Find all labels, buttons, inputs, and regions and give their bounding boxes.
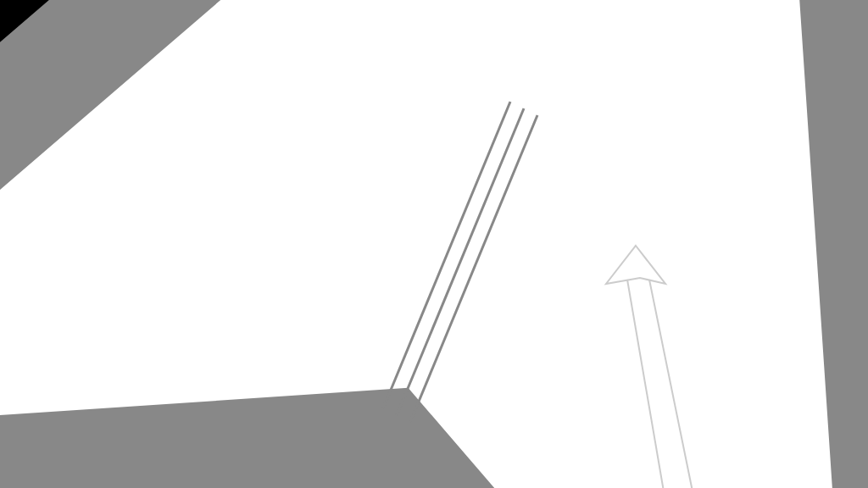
filename-input[interactable] — [173, 152, 241, 166]
share-app-blurred: CS — [629, 262, 682, 293]
pdf-path-label: PDF File Path: /storage/emulated/0/DLMIm… — [322, 88, 558, 101]
share-app-share-to-pc[interactable]: ⇄Share to PC — [629, 213, 682, 257]
app-icon: 💬 — [749, 169, 778, 198]
screen-1: 10:48 ⏰ 4G LTE 📶 91% ▮ ☰ IMG2PDF — [67, 39, 317, 454]
back-arrow-icon[interactable]: ← — [326, 60, 339, 75]
app-icon: CS — [641, 262, 670, 291]
compression-option-low[interactable]: Low — [173, 272, 245, 282]
file-row[interactable]: KVK.pdf Mon 1 6 10:48:17 0.01 MB — [322, 101, 558, 133]
pdf-details-dialog: ENTER PDF DETAILS Enter PDF FileName: Pa… — [74, 115, 310, 437]
radio-circle-icon — [173, 286, 183, 296]
file-date: Mon 1 6 10:48:17 — [356, 119, 403, 125]
battery-icon: ▮ — [308, 42, 312, 51]
back-arrow-icon[interactable]: ‹ — [575, 47, 579, 61]
share-app-messages[interactable]: 💬Messages — [737, 169, 790, 208]
copy-icon[interactable] — [295, 60, 309, 76]
file-name: KVK.pdf — [356, 109, 529, 119]
svg-rect-1 — [275, 63, 280, 69]
compression-option-no-compression[interactable]: No Compression — [173, 258, 245, 269]
app-label: Share to mobile device — [580, 244, 622, 257]
signal-icon: 📶 — [280, 42, 289, 51]
pdf-password-label: PDF Password — [88, 206, 173, 214]
card-subtitle: Share large files, up to 2 GB per day, u… — [617, 96, 766, 102]
app-icon — [695, 169, 724, 198]
share-app-blurred — [737, 262, 790, 293]
app-label: JioCall — [700, 244, 718, 251]
share-app-save-to-drive[interactable]: Save to Drive — [683, 169, 736, 208]
compression-option-high[interactable]: High — [173, 299, 245, 309]
app-bar: ☰ IMG2PDF — [67, 54, 317, 81]
svg-line-9 — [540, 112, 544, 114]
share-app-blurred: ✱ — [575, 262, 627, 293]
svg-line-10 — [540, 116, 544, 119]
password-protection-label: Password Protection — [88, 180, 173, 189]
app-title: IMG2PDF — [96, 62, 145, 75]
cancel-button[interactable]: CANCEL — [223, 324, 262, 335]
ok-button[interactable]: OK — [279, 324, 293, 335]
app-label: Share to PC — [639, 244, 671, 251]
app-label: Save to Drive — [692, 201, 727, 208]
status-bar: 10:48 ⏰ 4G LTE 📶 91% ▮ — [67, 39, 317, 54]
svg-marker-14 — [704, 186, 718, 191]
app-bar: ← — [317, 54, 563, 81]
shield-icon[interactable] — [249, 60, 263, 76]
screen-3: ‹ share via. Share large files Share lar… — [563, 39, 802, 454]
fab-add-button[interactable]: + — [273, 419, 303, 449]
signal-icon: 📶 — [526, 42, 535, 51]
compression-radio-group: No CompressionLowMediumHigh — [173, 255, 245, 313]
share-app-blurred: 🖼 — [683, 262, 736, 293]
app-label: Messages — [750, 201, 777, 208]
share-app-jiocall[interactable]: JioCall — [683, 213, 736, 257]
app-icon: 🖼 — [695, 262, 724, 291]
screen-2: 10:48 ⏰ 4G LTE 📶 91% ▮ ← PDF File Path: … — [317, 39, 563, 454]
app-icon: ✆ — [587, 169, 615, 198]
share-app-grid: ✆WhatsApp✆WhatsAppSave to Drive💬Messages… — [563, 166, 802, 297]
compression-label: Image Compression — [88, 255, 173, 284]
filename-label: Enter PDF FileName: — [88, 155, 173, 164]
file-size: 0.01 MB — [420, 119, 442, 125]
radio-circle-icon — [173, 272, 183, 282]
alarm-icon: ⏰ — [242, 42, 251, 51]
radio-circle-icon — [173, 299, 183, 309]
share-app-whatsapp[interactable]: ✆WhatsApp — [575, 169, 627, 208]
app-label: WhatsApp — [642, 201, 669, 208]
svg-marker-13 — [701, 176, 709, 191]
share-via-title: share via. — [587, 48, 635, 61]
link-sharing-icon — [585, 81, 609, 105]
recent-contacts-row — [563, 117, 802, 166]
svg-point-5 — [253, 206, 258, 211]
share-icon[interactable] — [536, 108, 549, 125]
link-sharing-card[interactable]: Share large files Share large files, up … — [575, 73, 790, 114]
alarm-icon: ⏰ — [487, 42, 497, 51]
app-label: WhatsApp — [587, 201, 615, 208]
dialog-title: ENTER PDF DETAILS — [88, 126, 296, 135]
password-protection-checkbox[interactable]: ✓ — [173, 179, 185, 191]
pdf-file-icon — [331, 106, 349, 128]
app-icon: ✆ — [641, 169, 670, 198]
svg-rect-3 — [299, 64, 307, 72]
app-icon — [749, 262, 778, 291]
greyscale-checkbox[interactable] — [173, 230, 185, 241]
status-time: 10:48 — [72, 42, 93, 52]
compression-option-medium[interactable]: Medium — [173, 286, 245, 296]
status-bar: 10:48 ⏰ 4G LTE 📶 91% ▮ — [317, 39, 563, 54]
pdf-password-input[interactable] — [173, 202, 241, 218]
app-icon — [695, 213, 724, 241]
greyscale-label: Apply Greyscale — [88, 231, 173, 240]
eye-icon[interactable] — [246, 203, 264, 217]
share-app-whatsapp[interactable]: ✆WhatsApp — [629, 169, 682, 208]
svg-point-11 — [593, 89, 602, 98]
app-icon — [749, 213, 778, 241]
battery-icon: ▮ — [554, 42, 558, 51]
card-title: Share large files — [617, 86, 766, 96]
app-icon: ⇄ — [641, 213, 670, 241]
tutorial-frame: 10:48 ⏰ 4G LTE 📶 91% ▮ ☰ IMG2PDF — [64, 36, 805, 458]
radio-circle-icon — [173, 258, 183, 269]
share-app-blurred — [737, 213, 790, 257]
pdf-icon[interactable] — [273, 60, 285, 76]
menu-icon[interactable]: ☰ — [75, 62, 86, 75]
app-icon: ✱ — [587, 262, 615, 291]
app-icon: ⇄ — [587, 213, 615, 241]
share-app-share-to-mobile-device[interactable]: ⇄Share to mobile device — [575, 213, 627, 257]
